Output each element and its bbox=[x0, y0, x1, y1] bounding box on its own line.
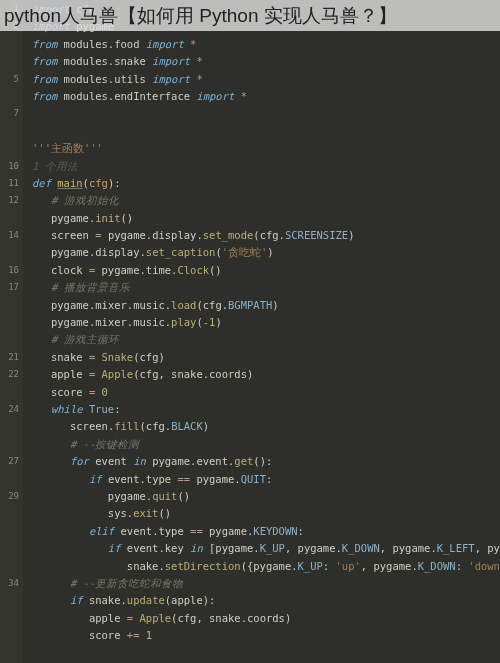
code-line: if snake.update(apple): bbox=[32, 592, 500, 609]
code-line: pygame.display.set_caption('贪吃蛇') bbox=[32, 244, 500, 261]
code-line: pygame.mixer.music.play(-1) bbox=[32, 314, 500, 331]
article-title: python人马兽【如何用 Python 实现人马兽？】 bbox=[4, 5, 397, 26]
line-number bbox=[0, 140, 19, 157]
line-number bbox=[0, 314, 19, 331]
code-line: sys.exit() bbox=[32, 505, 500, 522]
line-number: 27 bbox=[0, 453, 19, 470]
code-line: # 播放背景音乐 bbox=[32, 279, 500, 296]
code-line: 1 个用法 bbox=[32, 158, 500, 175]
line-number bbox=[0, 610, 19, 627]
line-number bbox=[0, 331, 19, 348]
line-number bbox=[0, 36, 19, 53]
code-line: while True: bbox=[32, 401, 500, 418]
code-line: pygame.mixer.music.load(cfg.BGMPATH) bbox=[32, 297, 500, 314]
code-line: '''主函数''' bbox=[32, 140, 500, 157]
code-line bbox=[32, 105, 500, 122]
line-number bbox=[0, 592, 19, 609]
line-number bbox=[0, 210, 19, 227]
line-number: 17 bbox=[0, 279, 19, 296]
line-number bbox=[0, 244, 19, 261]
line-number: 7 bbox=[0, 105, 19, 122]
line-number bbox=[0, 88, 19, 105]
line-number bbox=[0, 627, 19, 644]
line-number bbox=[0, 505, 19, 522]
line-number bbox=[0, 558, 19, 575]
code-line: if event.type == pygame.QUIT: bbox=[32, 471, 500, 488]
code-editor: 1257101112141617212224272934 import cfgi… bbox=[0, 0, 500, 663]
line-number bbox=[0, 540, 19, 557]
line-number: 16 bbox=[0, 262, 19, 279]
code-line: screen = pygame.display.set_mode(cfg.SCR… bbox=[32, 227, 500, 244]
line-number bbox=[0, 384, 19, 401]
code-line: from modules.endInterface import * bbox=[32, 88, 500, 105]
code-line: pygame.init() bbox=[32, 210, 500, 227]
code-line: clock = pygame.time.Clock() bbox=[32, 262, 500, 279]
line-number: 34 bbox=[0, 575, 19, 592]
line-number bbox=[0, 436, 19, 453]
line-number: 21 bbox=[0, 349, 19, 366]
code-line: # --更新贪吃蛇和食物 bbox=[32, 575, 500, 592]
code-line: # --按键检测 bbox=[32, 436, 500, 453]
code-line: if event.key in [pygame.K_UP, pygame.K_D… bbox=[32, 540, 500, 557]
code-line: pygame.quit() bbox=[32, 488, 500, 505]
code-line: score += 1 bbox=[32, 627, 500, 644]
code-line: score = 0 bbox=[32, 384, 500, 401]
line-number: 12 bbox=[0, 192, 19, 209]
line-number bbox=[0, 471, 19, 488]
code-line bbox=[32, 123, 500, 140]
line-number: 22 bbox=[0, 366, 19, 383]
code-line: # 游戏初始化 bbox=[32, 192, 500, 209]
line-number bbox=[0, 297, 19, 314]
code-line: apple = Apple(cfg, snake.coords) bbox=[32, 366, 500, 383]
line-number: 14 bbox=[0, 227, 19, 244]
code-line: snake = Snake(cfg) bbox=[32, 349, 500, 366]
line-number: 24 bbox=[0, 401, 19, 418]
line-number: 11 bbox=[0, 175, 19, 192]
line-number bbox=[0, 418, 19, 435]
code-line: snake.setDirection({pygame.K_UP: 'up', p… bbox=[32, 558, 500, 575]
code-line: # 游戏主循环 bbox=[32, 331, 500, 348]
line-number bbox=[0, 53, 19, 70]
code-line: from modules.food import * bbox=[32, 36, 500, 53]
code-line: for event in pygame.event.get(): bbox=[32, 453, 500, 470]
code-line: apple = Apple(cfg, snake.coords) bbox=[32, 610, 500, 627]
line-number: 10 bbox=[0, 158, 19, 175]
line-number-gutter: 1257101112141617212224272934 bbox=[0, 0, 23, 663]
line-number bbox=[0, 123, 19, 140]
article-title-overlay: python人马兽【如何用 Python 实现人马兽？】 bbox=[0, 0, 500, 31]
code-line: screen.fill(cfg.BLACK) bbox=[32, 418, 500, 435]
line-number bbox=[0, 523, 19, 540]
code-line: elif event.type == pygame.KEYDOWN: bbox=[32, 523, 500, 540]
code-area: import cfgimport pygamefrom modules.food… bbox=[23, 0, 500, 644]
code-line: from modules.snake import * bbox=[32, 53, 500, 70]
line-number: 29 bbox=[0, 488, 19, 505]
code-line: from modules.utils import * bbox=[32, 71, 500, 88]
line-number: 5 bbox=[0, 71, 19, 88]
code-line: def main(cfg): bbox=[32, 175, 500, 192]
